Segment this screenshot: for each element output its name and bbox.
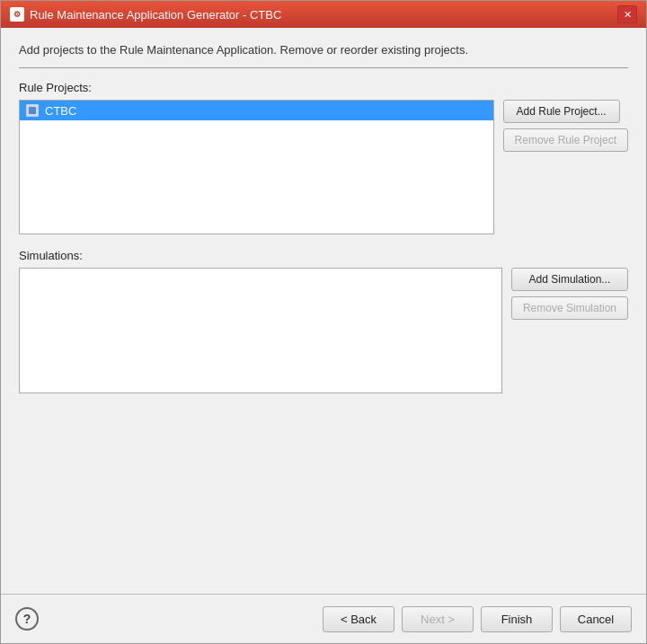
remove-rule-project-button[interactable]: Remove Rule Project <box>503 128 628 152</box>
window-title: Rule Maintenance Application Generator -… <box>30 8 281 22</box>
title-bar-left: ⚙ Rule Maintenance Application Generator… <box>10 7 281 22</box>
simulations-section: Simulations: Add Simulation... Remove Si… <box>19 249 628 393</box>
back-button[interactable]: < Back <box>323 606 394 632</box>
main-window: ⚙ Rule Maintenance Application Generator… <box>0 0 647 644</box>
cancel-button[interactable]: Cancel <box>560 606 632 632</box>
window-content: Add projects to the Rule Maintenance App… <box>1 28 646 594</box>
list-item[interactable]: CTBC <box>20 101 493 120</box>
rule-projects-list[interactable]: CTBC <box>19 100 494 234</box>
title-bar: ⚙ Rule Maintenance Application Generator… <box>1 1 646 28</box>
project-item-name: CTBC <box>45 104 76 118</box>
rule-projects-row: CTBC Add Rule Project... Remove Rule Pro… <box>19 100 628 234</box>
simulations-list[interactable] <box>19 268 502 393</box>
footer: ? < Back Next > Finish Cancel <box>1 594 646 643</box>
add-simulation-button[interactable]: Add Simulation... <box>511 268 628 291</box>
add-rule-project-button[interactable]: Add Rule Project... <box>503 100 620 123</box>
project-icon-graphic <box>26 104 39 117</box>
rule-projects-buttons: Add Rule Project... Remove Rule Project <box>503 100 628 234</box>
title-bar-controls: ✕ <box>617 5 637 23</box>
simulations-label: Simulations: <box>19 249 628 262</box>
remove-simulation-button[interactable]: Remove Simulation <box>511 296 628 320</box>
finish-button[interactable]: Finish <box>481 606 553 632</box>
next-button[interactable]: Next > <box>402 606 474 632</box>
close-button[interactable]: ✕ <box>617 5 637 23</box>
simulations-row: Add Simulation... Remove Simulation <box>19 268 628 393</box>
footer-left: ? <box>15 607 39 631</box>
rule-projects-label: Rule Projects: <box>19 81 628 94</box>
window-icon: ⚙ <box>10 7 24 22</box>
footer-right: < Back Next > Finish Cancel <box>323 606 632 632</box>
help-button[interactable]: ? <box>15 607 39 631</box>
simulations-buttons: Add Simulation... Remove Simulation <box>511 268 628 393</box>
rule-projects-section: Rule Projects: CTBC Add Rule Project... … <box>19 81 628 234</box>
description-text: Add projects to the Rule Maintenance App… <box>19 42 628 58</box>
project-icon <box>25 103 40 118</box>
separator <box>19 67 628 68</box>
